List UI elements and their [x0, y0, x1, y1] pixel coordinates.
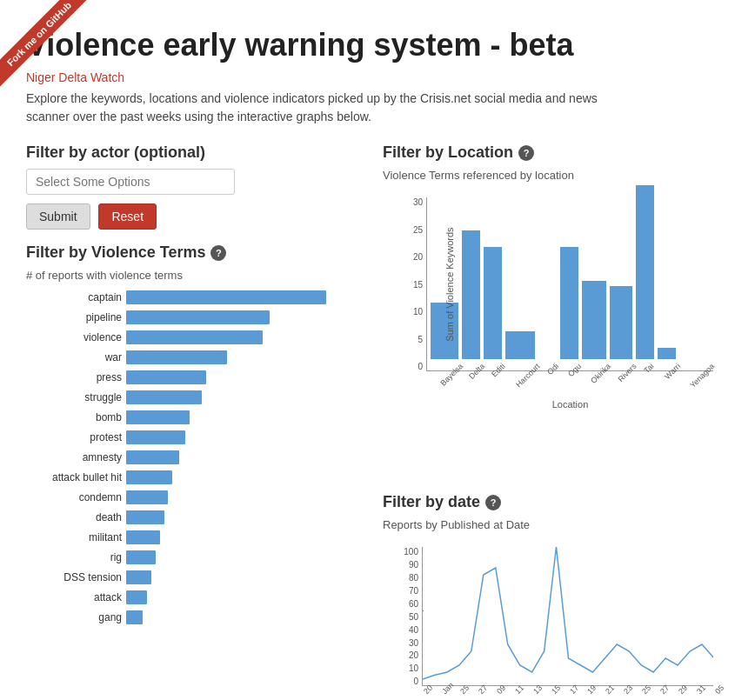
violence-bar-row[interactable]: rig — [26, 549, 348, 566]
date-y-tick: 10 — [409, 663, 418, 673]
violence-term-bar — [126, 290, 326, 304]
violence-bar-row[interactable]: condemn — [26, 489, 348, 506]
violence-term-label: captain — [26, 291, 126, 303]
page-title: Violence early warning system - beta — [26, 26, 729, 63]
violence-term-label: rig — [26, 551, 126, 563]
location-help-icon[interactable]: ? — [518, 145, 534, 161]
github-ribbon[interactable]: Fork me on GitHub — [0, 0, 104, 104]
location-bar-col[interactable]: Delta — [462, 230, 480, 370]
date-x-tick-label: 13 — [531, 683, 544, 696]
violence-term-label: condemn — [26, 491, 126, 503]
location-x-tick-label: Delta — [467, 362, 486, 381]
date-x-tick-label: 27 — [658, 683, 671, 696]
violence-bar-row[interactable]: struggle — [26, 389, 348, 406]
location-y-tick: 25 — [413, 225, 423, 235]
location-x-tick-label: Bayelsa — [438, 362, 464, 388]
location-bar-col[interactable]: Tai — [636, 185, 654, 370]
date-x-tick-label: 11 — [513, 683, 525, 696]
location-y-tick: 0 — [418, 362, 423, 371]
date-x-tick-label: 31 — [695, 683, 707, 696]
date-y-tick: 100 — [404, 547, 418, 557]
date-y-ticks: 0102030405060708090100 — [383, 547, 422, 686]
date-y-tick: 60 — [409, 599, 418, 609]
date-x-tick-label: 15 — [550, 683, 562, 696]
violence-bar-row[interactable]: attack — [26, 589, 348, 606]
violence-bar-row[interactable]: bomb — [26, 409, 348, 426]
filter-location-section: Filter by Location ? Violence Terms refe… — [383, 143, 729, 423]
violence-term-label: amnesty — [26, 451, 126, 463]
date-x-tick-label: 21 — [604, 683, 616, 696]
submit-button[interactable]: Submit — [26, 203, 90, 230]
location-x-tick-label: Odi — [545, 362, 560, 377]
ribbon-label: Fork me on GitHub — [0, 0, 92, 87]
violence-term-label: violence — [26, 331, 126, 343]
filter-actor-section: Filter by actor (optional) Submit Reset — [26, 143, 357, 230]
violence-term-label: press — [26, 371, 126, 383]
location-bar-col[interactable]: Ogu — [560, 247, 578, 370]
location-y-tick: 5 — [418, 335, 423, 344]
violence-bar-row[interactable]: gang — [26, 609, 348, 626]
location-bar-col[interactable]: Odi — [538, 359, 557, 370]
date-help-icon[interactable]: ? — [485, 495, 501, 510]
violence-help-icon[interactable]: ? — [210, 245, 226, 261]
violence-bar-row[interactable]: DSS tension — [26, 569, 348, 586]
date-y-tick: 20 — [409, 650, 418, 660]
date-y-tick: 80 — [409, 573, 418, 583]
violence-term-bar — [126, 330, 263, 344]
location-bar-chart: 051015202530 Sum of Violence Keywords Ba… — [383, 189, 722, 423]
violence-term-bar — [126, 370, 206, 384]
location-x-tick-label: Warri — [663, 362, 682, 381]
location-bar-col[interactable]: Yenagoa — [679, 359, 710, 370]
violence-term-label: attack bullet hit — [26, 471, 126, 483]
location-bar-col[interactable]: Rivers — [610, 286, 632, 370]
date-line-chart: 0102030405060708090100 # of Reports 20Ja… — [383, 538, 722, 700]
violence-term-bar — [126, 490, 168, 504]
violence-term-bar — [126, 590, 147, 604]
date-y-tick: 30 — [409, 638, 418, 648]
violence-bar-row[interactable]: captain — [26, 289, 348, 306]
violence-term-bar — [126, 350, 227, 364]
location-bar — [636, 185, 654, 359]
date-y-tick: 0 — [413, 677, 418, 686]
site-link[interactable]: Niger Delta Watch — [26, 70, 729, 84]
violence-bar-row[interactable]: amnesty — [26, 449, 348, 466]
location-y-tick: 20 — [413, 252, 423, 262]
violence-term-label: gang — [26, 611, 126, 623]
location-x-label: Location — [552, 399, 589, 410]
reset-button[interactable]: Reset — [98, 203, 157, 230]
violence-subtitle: # of reports with violence terms — [26, 269, 357, 282]
violence-term-bar — [126, 550, 156, 564]
location-x-tick-label: Okirika — [589, 362, 612, 385]
violence-bar-row[interactable]: attack bullet hit — [26, 469, 348, 486]
location-bar-col[interactable]: Okirika — [582, 281, 606, 370]
date-y-label: # of Reports — [422, 590, 424, 643]
location-y-tick: 30 — [413, 197, 423, 207]
violence-term-bar — [126, 510, 164, 524]
location-x-tick-label: Ogu — [566, 362, 583, 378]
location-bar — [560, 247, 578, 359]
location-y-label: Sum of Violence Keywords — [444, 227, 455, 341]
violence-bar-row[interactable]: death — [26, 509, 348, 526]
page-description: Explore the keywords, locations and viol… — [26, 90, 635, 126]
violence-bar-row[interactable]: pipeline — [26, 309, 348, 326]
filter-date-section: Filter by date ? Reports by Published at… — [383, 493, 729, 700]
violence-term-label: war — [26, 351, 126, 363]
date-x-tick-label: 29 — [677, 683, 689, 696]
violence-bar-row[interactable]: protest — [26, 429, 348, 446]
date-subtitle: Reports by Published at Date — [383, 518, 729, 531]
location-bar — [582, 281, 606, 359]
violence-term-bar — [126, 470, 172, 484]
location-bar-col[interactable]: Harcourt — [505, 331, 536, 370]
violence-bar-row[interactable]: war — [26, 349, 348, 366]
violence-term-label: bomb — [26, 411, 126, 423]
actor-select-input[interactable] — [26, 169, 235, 195]
violence-bar-row[interactable]: militant — [26, 529, 348, 546]
location-x-tick-label: Harcourt — [514, 362, 541, 389]
location-bar-col[interactable]: Editi — [484, 247, 502, 370]
location-bar-col[interactable]: Warri — [658, 348, 676, 370]
violence-bar-row[interactable]: press — [26, 369, 348, 386]
violence-term-label: attack — [26, 591, 126, 603]
violence-term-label: protest — [26, 431, 126, 443]
location-bar — [505, 331, 536, 359]
violence-bar-row[interactable]: violence — [26, 329, 348, 346]
